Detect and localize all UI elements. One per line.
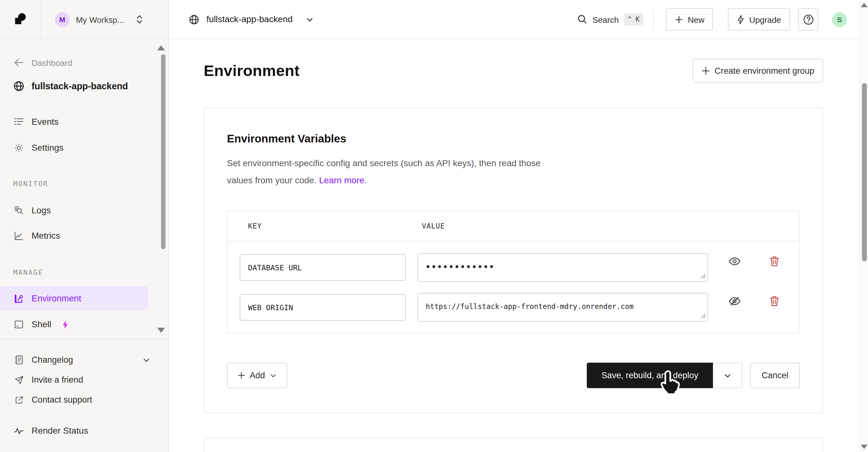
render-logo[interactable] (0, 0, 41, 39)
plus-icon (675, 15, 683, 23)
environment-edit-icon (13, 293, 24, 304)
search-button[interactable]: Search ^ K (578, 13, 644, 25)
chevron-down-icon (143, 356, 151, 364)
sidebar-item-events[interactable]: Events (0, 113, 168, 131)
top-bar: M My Worksp... fullstack-app-backend (0, 0, 860, 39)
sidebar-item-changelog[interactable]: Changelog (0, 351, 168, 369)
sidebar-scroll-down[interactable] (157, 328, 165, 333)
trash-icon (770, 256, 779, 267)
reveal-value-button[interactable] (728, 255, 741, 268)
page-scrollbar (860, 0, 868, 452)
bolt-icon (62, 320, 68, 329)
env-value-input[interactable] (417, 253, 708, 282)
chevron-down-icon (305, 15, 314, 23)
create-environment-group-label: Create environment group (715, 65, 814, 76)
sidebar-back-dashboard[interactable]: Dashboard (0, 54, 168, 71)
sidebar-service-name[interactable]: fullstack-app-backend (0, 76, 168, 96)
save-options-button[interactable] (713, 363, 742, 388)
external-link-icon (13, 395, 24, 404)
sidebar-item-shell[interactable]: Shell (0, 315, 168, 333)
eye-icon (728, 257, 741, 266)
render-logo-icon (13, 12, 28, 26)
upgrade-button[interactable]: Upgrade (728, 8, 790, 30)
sidebar-scroll-up[interactable] (157, 45, 165, 50)
env-value-input[interactable] (417, 293, 708, 322)
scroll-up-arrow[interactable] (861, 3, 867, 7)
chevron-down-icon (723, 371, 732, 380)
value-column-header: VALUE (422, 222, 445, 230)
terminal-icon (13, 320, 24, 329)
sidebar-item-environment[interactable]: Environment (0, 286, 148, 310)
sidebar-item-label: Events (32, 117, 59, 127)
sidebar-item-settings[interactable]: Settings (0, 139, 168, 157)
top-bar-left: M My Worksp... (0, 0, 169, 39)
sidebar-item-logs[interactable]: Logs (0, 202, 168, 219)
card-description: Set environment-specific config and secr… (227, 154, 540, 189)
delete-variable-button[interactable] (768, 255, 781, 268)
env-key-input[interactable] (240, 254, 406, 281)
delete-variable-button[interactable] (768, 295, 781, 308)
app-window: M My Worksp... fullstack-app-backend (0, 0, 868, 452)
env-variables-table: KEY VALUE (227, 210, 800, 333)
page-scrollbar-thumb[interactable] (862, 83, 867, 261)
sidebar-section-monitor: MONITOR (13, 179, 49, 188)
sidebar: Dashboard fullstack-app-backend Events S… (0, 39, 169, 452)
sidebar-item-label: Environment (32, 294, 81, 303)
environment-variables-card: Environment Variables Set environment-sp… (204, 107, 824, 413)
user-avatar[interactable]: S (832, 12, 847, 27)
sidebar-separator (0, 339, 168, 340)
globe-icon (189, 14, 199, 25)
top-bar-main: fullstack-app-backend Search ^ K New (169, 0, 860, 39)
description-line-1: Set environment-specific config and secr… (227, 158, 540, 168)
next-section-card (204, 438, 824, 452)
env-key-input[interactable] (240, 294, 406, 321)
service-picker[interactable]: fullstack-app-backend (189, 14, 314, 25)
help-button[interactable] (798, 8, 818, 30)
key-column-header: KEY (248, 222, 262, 230)
create-environment-group-button[interactable]: Create environment group (692, 59, 823, 82)
add-button-label: Add (250, 370, 265, 380)
page-header: Environment Create environment group (204, 59, 824, 82)
top-actions: Search ^ K New Upgrade (578, 0, 847, 39)
lightning-icon (737, 14, 745, 24)
help-icon (803, 13, 814, 25)
paper-plane-icon (13, 375, 24, 385)
learn-more-link[interactable]: Learn more. (319, 176, 367, 185)
sidebar-item-label: Shell (32, 320, 51, 329)
sidebar-scrollbar-thumb[interactable] (161, 54, 165, 249)
sidebar-item-invite[interactable]: Invite a friend (0, 371, 168, 389)
cancel-button[interactable]: Cancel (750, 363, 800, 388)
sidebar-item-label: Metrics (32, 231, 60, 241)
chart-icon (13, 231, 24, 241)
scroll-down-arrow[interactable] (861, 445, 867, 449)
add-variable-group: Add (227, 363, 287, 388)
globe-icon (13, 80, 24, 92)
page-title: Environment (204, 62, 300, 80)
sidebar-item-label: Changelog (32, 355, 73, 365)
header-divider (653, 8, 654, 30)
sidebar-item-contact-support[interactable]: Contact support (0, 391, 168, 409)
workspace-avatar: M (55, 12, 70, 27)
description-line-2: values from your code. (227, 176, 316, 185)
arrow-left-icon (13, 58, 24, 67)
env-variable-row (227, 242, 799, 281)
sidebar-item-metrics[interactable]: Metrics (0, 227, 168, 245)
upgrade-button-label: Upgrade (749, 14, 781, 24)
save-actions-group: Save, rebuild, and deploy Cancel (587, 363, 800, 388)
workspace-switcher[interactable]: M My Worksp... (41, 0, 168, 39)
new-button-label: New (688, 14, 704, 24)
sidebar-item-label: Settings (32, 143, 64, 153)
hide-value-button[interactable] (728, 295, 741, 308)
chevron-down-icon (269, 372, 277, 379)
save-rebuild-deploy-button[interactable]: Save, rebuild, and deploy (587, 363, 713, 388)
sidebar-item-label: Contact support (32, 395, 92, 404)
changelog-icon (13, 355, 24, 365)
new-button[interactable]: New (666, 8, 713, 30)
add-variable-button[interactable]: Add (227, 363, 287, 388)
gear-icon (13, 143, 24, 153)
sidebar-item-render-status[interactable]: Render Status (0, 422, 168, 440)
pulse-icon (13, 426, 24, 435)
main-content: Environment Create environment group Env… (169, 39, 860, 452)
search-icon (578, 14, 587, 24)
sidebar-item-label: Invite a friend (32, 375, 83, 385)
